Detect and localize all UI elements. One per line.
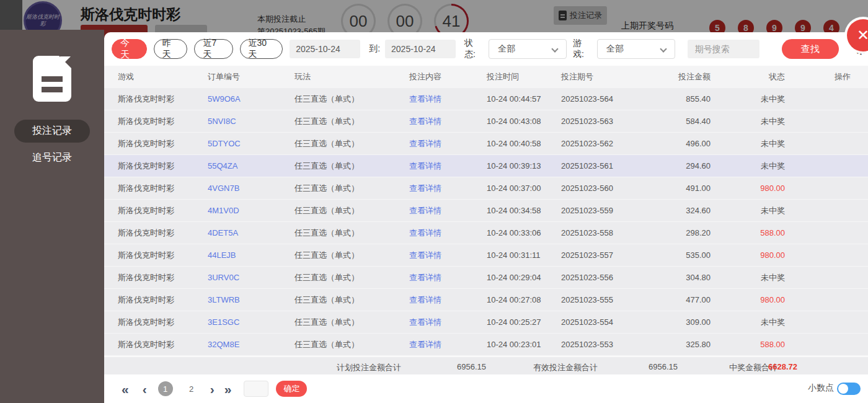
table-row[interactable]: 斯洛伐克时时彩 4M1V0D 任三直选（单式） 查看详情 10-24 00:34… (104, 200, 868, 222)
cell-order-link[interactable]: 3URV0C (208, 273, 294, 282)
cell-game: 斯洛伐克时时彩 (118, 228, 208, 239)
table-row[interactable]: 斯洛伐克时时彩 3URV0C 任三直选（单式） 查看详情 10-24 00:29… (104, 267, 868, 289)
cell-status: 588.00 (711, 340, 785, 349)
cell-detail-link[interactable]: 查看详情 (409, 294, 487, 306)
cell-order-link[interactable]: 4DET5A (208, 228, 294, 237)
page-jump-confirm-button[interactable]: 确定 (276, 381, 307, 397)
valid-total-label: 有效投注金额合计 (533, 362, 598, 373)
cell-game: 斯洛伐克时时彩 (118, 138, 208, 149)
cell-game: 斯洛伐克时时彩 (118, 339, 208, 350)
cell-play: 任三直选（单式） (294, 250, 409, 261)
cell-time: 10-24 00:43:08 (487, 117, 561, 126)
column-header: 游戏 (118, 71, 208, 82)
cell-issue: 20251023-557 (561, 250, 666, 260)
date-from-input[interactable] (290, 40, 360, 58)
summary-bar: 计划投注金额合计 6956.15 有效投注金额合计 6956.15 中奖金额合计… (104, 356, 868, 374)
next-page-button[interactable]: › (210, 383, 215, 396)
cell-detail-link[interactable]: 查看详情 (409, 183, 487, 194)
decimal-toggle-switch[interactable] (837, 383, 861, 395)
cell-status: 未中奖 (711, 317, 785, 328)
table-row[interactable]: 斯洛伐克时时彩 32QM8E 任三直选（单式） 查看详情 10-24 00:23… (104, 334, 868, 356)
issue-search-input[interactable] (688, 40, 760, 58)
cell-order-link[interactable]: 44LEJB (208, 250, 294, 260)
cell-detail-link[interactable]: 查看详情 (409, 116, 487, 127)
search-button[interactable]: 查找 (782, 39, 839, 59)
cell-order-link[interactable]: 5NVI8C (208, 117, 294, 126)
column-header: 投注期号 (561, 71, 666, 82)
cell-detail-link[interactable]: 查看详情 (409, 161, 487, 172)
quick-filter-昨天[interactable]: 昨天 (154, 39, 188, 59)
cell-detail-link[interactable]: 查看详情 (409, 339, 487, 350)
table-row[interactable]: 斯洛伐克时时彩 3LTWRB 任三直选（单式） 查看详情 10-24 00:27… (104, 289, 868, 311)
pagination-bar: « ‹ 12 › » 确定 小数点 (104, 374, 868, 403)
cell-time: 10-24 00:39:13 (487, 161, 561, 170)
cell-game: 斯洛伐克时时彩 (118, 161, 208, 172)
quick-filter-近7天[interactable]: 近7天 (194, 39, 232, 59)
quick-date-filters: 今天昨天近7天近30天 (112, 39, 290, 59)
page-jump-input[interactable] (244, 381, 268, 397)
sidebar-item-chase-records[interactable]: 追号记录 (14, 146, 90, 169)
cell-order-link[interactable]: 5W9O6A (208, 94, 294, 104)
table-row[interactable]: 斯洛伐克时时彩 55Q4ZA 任三直选（单式） 查看详情 10-24 00:39… (104, 155, 868, 177)
cell-game: 斯洛伐克时时彩 (118, 272, 208, 283)
cell-detail-link[interactable]: 查看详情 (409, 272, 487, 283)
cell-game: 斯洛伐克时时彩 (118, 205, 208, 216)
cell-order-link[interactable]: 4VGN7B (208, 184, 294, 193)
cell-status: 588.00 (711, 228, 785, 237)
cell-order-link[interactable]: 3E1SGC (208, 317, 294, 327)
first-page-button[interactable]: « (122, 383, 129, 396)
cell-detail-link[interactable]: 查看详情 (409, 94, 487, 105)
page-number-1[interactable]: 1 (158, 381, 173, 396)
cell-detail-link[interactable]: 查看详情 (409, 138, 487, 149)
cell-order-link[interactable]: 5DTYOC (208, 139, 294, 148)
chevron-down-icon (660, 45, 666, 52)
cell-amount: 298.20 (666, 228, 711, 237)
date-to-input[interactable] (385, 40, 456, 58)
table-row[interactable]: 斯洛伐克时时彩 5W9O6A 任三直选（单式） 查看详情 10-24 00:44… (104, 88, 868, 110)
status-select[interactable]: 全部 (489, 39, 567, 59)
cell-order-link[interactable]: 32QM8E (208, 340, 294, 349)
cell-play: 任三直选（单式） (294, 339, 409, 350)
cell-issue: 20251023-563 (561, 117, 666, 126)
cell-order-link[interactable]: 4M1V0D (208, 206, 294, 215)
win-total-value: 6628.72 (768, 362, 797, 371)
cell-order-link[interactable]: 3LTWRB (208, 295, 294, 304)
quick-filter-今天[interactable]: 今天 (112, 39, 147, 59)
game-select[interactable]: 全部 (597, 39, 675, 59)
page-number-2[interactable]: 2 (184, 381, 199, 396)
cell-detail-link[interactable]: 查看详情 (409, 250, 487, 261)
column-header: 状态 (711, 71, 785, 82)
table-row[interactable]: 斯洛伐克时时彩 4VGN7B 任三直选（单式） 查看详情 10-24 00:37… (104, 177, 868, 200)
cell-detail-link[interactable]: 查看详情 (409, 228, 487, 239)
last-page-button[interactable]: » (224, 383, 232, 396)
table-row[interactable]: 斯洛伐克时时彩 5NVI8C 任三直选（单式） 查看详情 10-24 00:43… (104, 110, 868, 133)
cell-detail-link[interactable]: 查看详情 (409, 205, 487, 216)
table-row[interactable]: 斯洛伐克时时彩 4DET5A 任三直选（单式） 查看详情 10-24 00:33… (104, 222, 868, 244)
cell-play: 任三直选（单式） (294, 94, 409, 105)
table-row[interactable]: 斯洛伐克时时彩 44LEJB 任三直选（单式） 查看详情 10-24 00:31… (104, 244, 868, 267)
cell-play: 任三直选（单式） (294, 138, 409, 149)
cell-status: 未中奖 (711, 116, 785, 127)
cell-issue: 20251023-559 (561, 206, 666, 215)
quick-filter-近30天[interactable]: 近30天 (240, 39, 283, 59)
cell-order-link[interactable]: 55Q4ZA (208, 161, 294, 170)
column-header: 订单编号 (208, 71, 294, 82)
document-record-icon (33, 56, 71, 102)
prev-page-button[interactable]: ‹ (143, 383, 147, 396)
cell-play: 任三直选（单式） (294, 161, 409, 172)
cell-time: 10-24 00:27:08 (487, 295, 561, 304)
cell-status: 未中奖 (711, 272, 785, 283)
cell-issue: 20251023-561 (561, 161, 666, 170)
cell-amount: 491.00 (666, 184, 711, 193)
column-header: 投注金额 (666, 71, 711, 82)
cell-amount: 304.80 (666, 273, 711, 282)
cell-amount: 855.40 (666, 94, 711, 104)
table-row[interactable]: 斯洛伐克时时彩 5DTYOC 任三直选（单式） 查看详情 10-24 00:40… (104, 133, 868, 155)
plan-total-label: 计划投注金额合计 (337, 362, 401, 373)
cell-time: 10-24 00:23:01 (487, 340, 561, 349)
cell-status: 980.00 (711, 295, 785, 304)
cell-detail-link[interactable]: 查看详情 (409, 317, 487, 328)
sidebar-item-bet-records[interactable]: 投注记录 (14, 120, 90, 143)
cell-time: 10-24 00:40:58 (487, 139, 561, 148)
table-row[interactable]: 斯洛伐克时时彩 3E1SGC 任三直选（单式） 查看详情 10-24 00:25… (104, 311, 868, 334)
